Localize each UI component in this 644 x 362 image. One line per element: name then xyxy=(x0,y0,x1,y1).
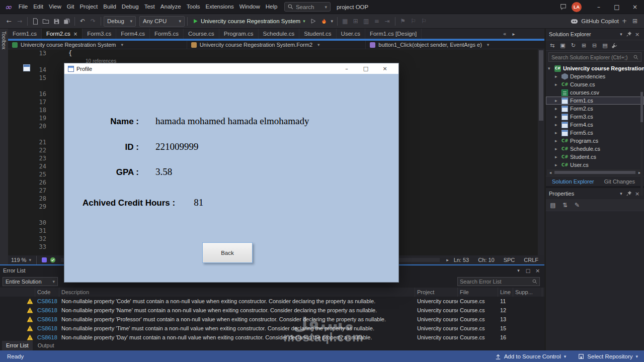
error-row[interactable]: ! CS8618 Non-nullable property 'Time' mu… xyxy=(0,324,544,333)
start-debugging-button[interactable]: Univercity course Regestration System ▾ xyxy=(190,16,308,27)
error-scope-dropdown[interactable]: Entire Solution ▾ xyxy=(3,277,58,286)
minimize-button[interactable]: – xyxy=(590,0,608,14)
error-code-link[interactable]: CS8618 xyxy=(35,324,59,333)
panel-tab[interactable]: Error List xyxy=(2,341,33,350)
line-ending-indicator[interactable]: CRLF xyxy=(524,257,538,263)
toggle-bookmark-icon[interactable]: ⚑ xyxy=(398,16,408,26)
show-all-files-icon[interactable]: ▤ xyxy=(601,41,609,50)
properties-icon[interactable] xyxy=(611,42,617,48)
menu-item[interactable]: Build xyxy=(101,0,119,14)
menu-item[interactable]: View xyxy=(46,0,64,14)
open-folder-icon[interactable] xyxy=(41,16,51,26)
save-icon[interactable] xyxy=(51,16,61,26)
error-file[interactable]: Course.cs xyxy=(458,333,498,342)
error-row[interactable]: ! CS8618 Non-nullable property 'Code' mu… xyxy=(0,297,544,306)
document-tab[interactable]: Form2.cs × xyxy=(42,29,83,39)
expand-chevron-icon[interactable]: ▸ xyxy=(555,122,559,127)
previous-bookmark-icon[interactable]: ⚐ xyxy=(409,16,419,26)
glyph-margin-form-icon[interactable] xyxy=(23,64,30,71)
expand-chevron-icon[interactable]: ▸ xyxy=(555,106,559,111)
add-to-source-control-button[interactable]: Add to Source Control ▾ xyxy=(489,350,573,362)
column-header[interactable]: Supp... xyxy=(513,288,542,297)
task-list-icon[interactable]: ▥ xyxy=(361,16,371,26)
tree-item[interactable]: ▸ Form3.cs xyxy=(546,113,644,121)
feedback-icon[interactable] xyxy=(560,4,567,10)
expand-chevron-icon[interactable]: ▸ xyxy=(555,114,559,119)
error-row[interactable]: ! CS8618 Non-nullable property 'Name' mu… xyxy=(0,306,544,315)
hot-reload-dropdown-icon[interactable]: ▾ xyxy=(330,16,335,26)
save-all-icon[interactable] xyxy=(62,16,72,26)
menu-item[interactable]: Edit xyxy=(31,0,46,14)
expand-chevron-icon[interactable]: ▾ xyxy=(548,66,552,71)
tree-horizontal-scrollbar[interactable]: ◂ ▸ xyxy=(547,169,643,175)
solution-explorer-search-box[interactable] xyxy=(548,52,641,62)
tab-list-icon[interactable]: ▸ xyxy=(510,29,518,38)
expand-chevron-icon[interactable]: ▸ xyxy=(555,154,559,159)
document-tab[interactable]: Program.cs × xyxy=(219,29,259,39)
toolbox-tab[interactable]: Toolbox xyxy=(1,31,7,49)
window-position-icon[interactable]: ▾ xyxy=(617,31,625,38)
error-file[interactable]: Course.cs xyxy=(458,315,498,324)
line-operations-icon[interactable]: ≡ xyxy=(372,16,382,26)
tab-close-icon[interactable]: × xyxy=(73,31,77,37)
tree-item[interactable]: ▸ Program.cs xyxy=(546,137,644,145)
tree-item[interactable]: ▸ Schedule.cs xyxy=(546,145,644,153)
column-header[interactable]: File xyxy=(458,288,498,297)
error-row[interactable]: ! CS8618 Non-nullable property 'Professo… xyxy=(0,315,544,324)
maximize-button[interactable]: □ xyxy=(608,0,626,14)
scrollbar-thumb[interactable] xyxy=(539,50,543,121)
start-without-debugging-icon[interactable] xyxy=(308,16,318,26)
document-tab[interactable]: Form4.cs × xyxy=(116,29,150,39)
navigate-back-icon[interactable]: ← xyxy=(4,16,14,26)
indent-icon[interactable]: ⇥ xyxy=(382,16,392,26)
pending-changes-filter-icon[interactable]: ▣ xyxy=(558,41,567,50)
navigate-forward-icon[interactable]: → xyxy=(15,16,25,26)
refresh-icon[interactable]: ↻ xyxy=(569,41,578,50)
copilot-badge-icon[interactable]: + xyxy=(619,16,629,26)
code-health-icon[interactable] xyxy=(50,257,56,263)
document-tab[interactable]: Form1.cs × xyxy=(8,29,42,39)
expand-chevron-icon[interactable]: ▸ xyxy=(555,74,559,79)
undo-icon[interactable]: ↶ xyxy=(77,16,88,26)
menu-item[interactable]: Test xyxy=(141,0,157,14)
switch-views-icon[interactable]: ⇆ xyxy=(548,41,556,50)
menu-item[interactable]: Debug xyxy=(119,0,141,14)
column-header[interactable]: Description xyxy=(59,288,415,297)
breadcrumb-member-dropdown[interactable]: button1_Click(object sender, EventArgs e… xyxy=(366,41,544,49)
close-panel-icon[interactable]: × xyxy=(534,267,541,275)
document-tab[interactable]: Form3.cs × xyxy=(83,29,116,39)
hot-reload-icon[interactable] xyxy=(319,16,329,26)
nest-files-icon[interactable]: ⊞ xyxy=(580,41,588,50)
error-file[interactable]: Course.cs xyxy=(458,306,498,315)
document-tab[interactable]: Form5.cs × xyxy=(150,29,184,39)
tree-item[interactable]: ▸ Form4.cs xyxy=(546,121,644,129)
tree-item[interactable]: ▸ Form1.cs xyxy=(546,97,644,105)
pin-icon[interactable] xyxy=(626,31,632,38)
menu-item[interactable]: Git xyxy=(64,0,77,14)
pin-icon[interactable] xyxy=(626,190,632,198)
error-code-link[interactable]: CS8618 xyxy=(35,315,59,324)
search-box[interactable]: Search ▾ xyxy=(284,2,331,12)
dialog-title-bar[interactable]: Profile – □ × xyxy=(64,63,398,74)
scrollbar-thumb[interactable] xyxy=(554,171,635,174)
expand-chevron-icon[interactable]: ▸ xyxy=(555,162,559,167)
tree-vertical-scrollbar[interactable] xyxy=(640,91,643,196)
github-copilot-button[interactable]: GitHub Copilot xyxy=(571,18,619,24)
column-header[interactable]: Project xyxy=(415,288,458,297)
window-position-icon[interactable]: ▾ xyxy=(617,190,625,198)
maximize-panel-icon[interactable]: □ xyxy=(524,267,532,275)
configuration-dropdown[interactable]: Debug ▾ xyxy=(104,16,136,27)
error-search-box[interactable] xyxy=(457,277,540,286)
scroll-right-icon[interactable]: ▸ xyxy=(445,255,451,265)
avatar[interactable]: LA xyxy=(572,2,582,12)
tree-item[interactable]: ▸ Form5.cs xyxy=(546,129,644,137)
close-panel-icon[interactable]: × xyxy=(633,31,641,38)
spaces-indicator[interactable]: SPC xyxy=(504,257,515,263)
expand-chevron-icon[interactable]: ▸ xyxy=(555,138,559,143)
back-button[interactable]: Back xyxy=(202,242,253,263)
tree-item[interactable]: ▸ Student.cs xyxy=(546,153,644,161)
expand-chevron-icon[interactable]: ▸ xyxy=(555,146,559,151)
expand-chevron-icon[interactable]: ▸ xyxy=(555,98,559,103)
column-header[interactable] xyxy=(0,288,35,297)
platform-dropdown[interactable]: Any CPU ▾ xyxy=(139,16,185,27)
